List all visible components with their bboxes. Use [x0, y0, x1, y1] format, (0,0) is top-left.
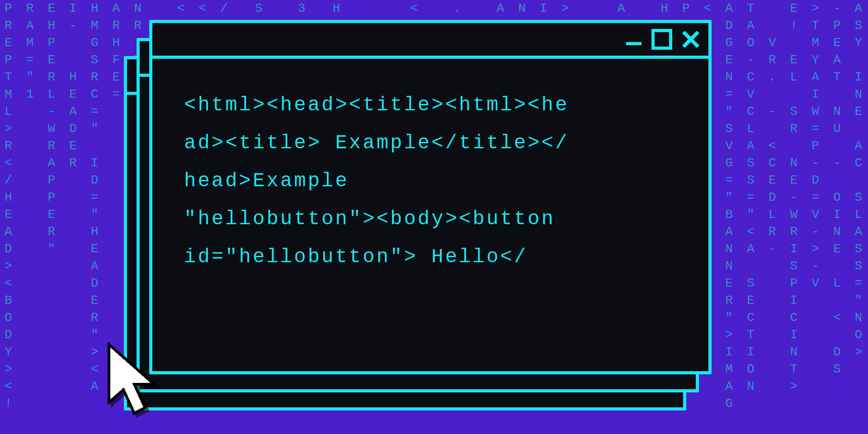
close-icon	[682, 31, 699, 48]
terminal-body: <html><head><title><html><he ad><title> …	[152, 59, 708, 276]
maximize-icon	[651, 29, 672, 50]
pixel-cursor-icon	[93, 339, 183, 432]
minimize-icon	[626, 32, 642, 47]
close-button[interactable]	[682, 31, 699, 48]
minimize-button[interactable]	[626, 32, 642, 47]
titlebar	[152, 23, 708, 59]
terminal-window-front[interactable]: <html><head><title><html><he ad><title> …	[149, 20, 712, 374]
maximize-button[interactable]	[651, 29, 672, 50]
code-content: <html><head><title><html><he ad><title> …	[184, 86, 677, 276]
